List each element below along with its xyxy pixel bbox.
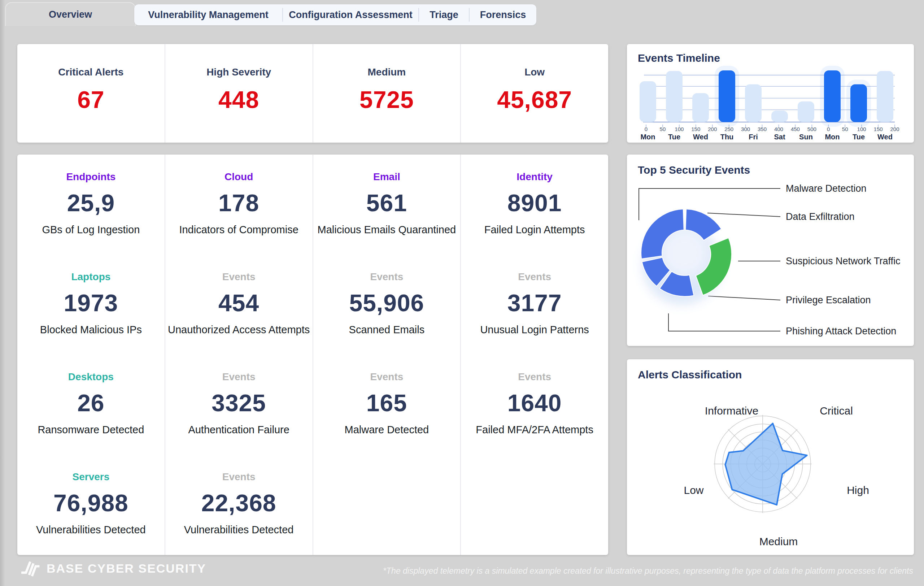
- cell-value: 22,368: [201, 489, 277, 517]
- cell-header: Desktops: [68, 371, 114, 383]
- footer-disclaimer: *The displayed telemetry is a simulated …: [383, 566, 913, 576]
- metric-cell: Events 165 Malware Detected: [313, 355, 460, 455]
- tab-forensics[interactable]: Forensics: [470, 4, 536, 25]
- cell-caption: Vulnerabilities Detected: [184, 524, 294, 536]
- severity-summary-card: Critical Alerts 67 High Severity 448 Med…: [17, 44, 608, 143]
- critical-alerts-label: Critical Alerts: [58, 66, 124, 78]
- alerts-radar-chart[interactable]: [627, 359, 914, 555]
- svg-text:Thu: Thu: [720, 133, 734, 141]
- high-severity-label: High Severity: [206, 66, 271, 78]
- email-column: Email 561 Malicious Emails Quarantined E…: [313, 155, 461, 555]
- svg-text:500: 500: [807, 126, 817, 132]
- svg-text:200: 200: [708, 126, 717, 132]
- medium-severity-label: Medium: [368, 66, 406, 78]
- cell-value: 25,9: [67, 189, 115, 217]
- cell-value: 561: [366, 189, 407, 217]
- svg-text:300: 300: [741, 126, 750, 132]
- cell-value: 165: [366, 389, 407, 417]
- high-severity-metric: High Severity 448: [165, 44, 313, 143]
- svg-text:0: 0: [827, 126, 830, 132]
- cell-caption: Failed Login Attempts: [484, 224, 585, 236]
- brand-name: BASE CYBER SECURITY: [46, 561, 206, 576]
- donut-label-privilege-escalation: Privilege Escalation: [786, 295, 871, 306]
- radar-axis-informative: Informative: [705, 405, 758, 417]
- metric-cell: Cloud 178 Indicators of Compromise: [165, 155, 313, 254]
- svg-text:Tue: Tue: [853, 133, 865, 141]
- alerts-classification-card: Alerts Classification Informative Critic…: [627, 359, 914, 555]
- radar-axis-critical: Critical: [820, 405, 853, 417]
- endpoints-column: Endpoints 25,9 GBs of Log Ingestion Lapt…: [17, 155, 165, 555]
- cell-caption: Indicators of Compromise: [179, 224, 298, 236]
- tab-strip: Vulnerability Management Configuration A…: [134, 4, 536, 25]
- svg-text:450: 450: [791, 126, 800, 132]
- metric-cell: Identity 8901 Failed Login Attempts: [461, 155, 608, 254]
- low-severity-metric: Low 45,687: [461, 44, 608, 143]
- tab-triage[interactable]: Triage: [419, 4, 469, 25]
- tab-triage-label: Triage: [429, 9, 459, 21]
- cell-header: Email: [373, 171, 400, 183]
- svg-text:400: 400: [774, 126, 783, 132]
- metric-cell: Events 3325 Authentication Failure: [165, 355, 313, 455]
- cell-caption: Authentication Failure: [188, 424, 289, 436]
- tab-configuration-assessment[interactable]: Configuration Assessment: [283, 4, 418, 25]
- tab-vulnerability-management[interactable]: Vulnerability Management: [134, 4, 282, 25]
- metric-cell-empty: [313, 455, 460, 555]
- cell-header: Events: [518, 271, 551, 283]
- metric-cell: Events 1640 Failed MFA/2FA Attempts: [461, 355, 608, 455]
- cell-header: Laptops: [71, 271, 111, 283]
- radar-axis-high: High: [847, 484, 869, 497]
- metric-cell: Events 55,906 Scanned Emails: [313, 254, 460, 355]
- svg-text:50: 50: [842, 126, 848, 132]
- metric-cell: Events 3177 Unusual Login Patterns: [461, 254, 608, 355]
- svg-text:Wed: Wed: [878, 133, 893, 141]
- cell-header: Cloud: [224, 171, 253, 183]
- cell-header: Endpoints: [66, 171, 116, 183]
- cell-caption: Ransomware Detected: [38, 424, 144, 436]
- cell-caption: Unauthorized Access Attempts: [168, 324, 310, 336]
- svg-text:250: 250: [724, 126, 733, 132]
- cell-value: 1640: [508, 389, 562, 417]
- page-edge-shade: [0, 0, 5, 586]
- svg-text:Fri: Fri: [749, 133, 758, 141]
- svg-text:Tue: Tue: [668, 133, 680, 141]
- tab-overview[interactable]: Overview: [5, 2, 136, 26]
- svg-text:0: 0: [645, 126, 647, 132]
- tab-forensics-label: Forensics: [480, 9, 526, 21]
- svg-text:Mon: Mon: [825, 133, 840, 141]
- cell-caption: Malicious Emails Quarantined: [318, 224, 456, 236]
- svg-text:Sat: Sat: [774, 133, 785, 141]
- svg-text:150: 150: [691, 126, 700, 132]
- cell-caption: Malware Detected: [345, 424, 429, 436]
- metric-cell: Email 561 Malicious Emails Quarantined: [313, 155, 460, 254]
- radar-axis-low: Low: [684, 484, 703, 497]
- metric-cell: Desktops 26 Ransomware Detected: [17, 355, 165, 455]
- donut-label-data-exfiltration: Data Exfiltration: [786, 211, 855, 223]
- cell-value: 8901: [508, 189, 562, 217]
- telemetry-grid-card: Endpoints 25,9 GBs of Log Ingestion Lapt…: [17, 155, 608, 555]
- cell-header: Events: [370, 271, 403, 283]
- security-events-donut-chart[interactable]: [627, 155, 914, 346]
- cell-value: 178: [218, 189, 259, 217]
- medium-severity-metric: Medium 5725: [313, 44, 461, 143]
- critical-alerts-value: 67: [77, 86, 104, 113]
- cell-header: Events: [222, 371, 256, 383]
- cell-caption: GBs of Log Ingestion: [42, 224, 140, 236]
- cell-header: Events: [222, 471, 256, 483]
- high-severity-value: 448: [218, 86, 259, 113]
- cell-header: Servers: [72, 471, 109, 483]
- cell-value: 55,906: [349, 289, 424, 317]
- metric-cell: Events 454 Unauthorized Access Attempts: [165, 254, 313, 355]
- brand-logo-block: BASE CYBER SECURITY: [20, 559, 206, 578]
- donut-label-phishing-attack-detection: Phishing Attack Detection: [786, 326, 896, 337]
- metric-cell: Events 22,368 Vulnerabilities Detected: [165, 455, 313, 555]
- cell-header: Events: [518, 371, 551, 383]
- medium-severity-value: 5725: [360, 86, 414, 113]
- cell-value: 26: [77, 389, 104, 417]
- cell-value: 1973: [64, 289, 118, 317]
- svg-text:100: 100: [857, 126, 866, 132]
- cell-header: Identity: [516, 171, 553, 183]
- metric-cell: Laptops 1973 Blocked Malicious IPs: [17, 254, 165, 355]
- svg-text:Mon: Mon: [640, 133, 655, 141]
- cell-value: 3177: [508, 289, 562, 317]
- svg-text:Sun: Sun: [799, 133, 813, 141]
